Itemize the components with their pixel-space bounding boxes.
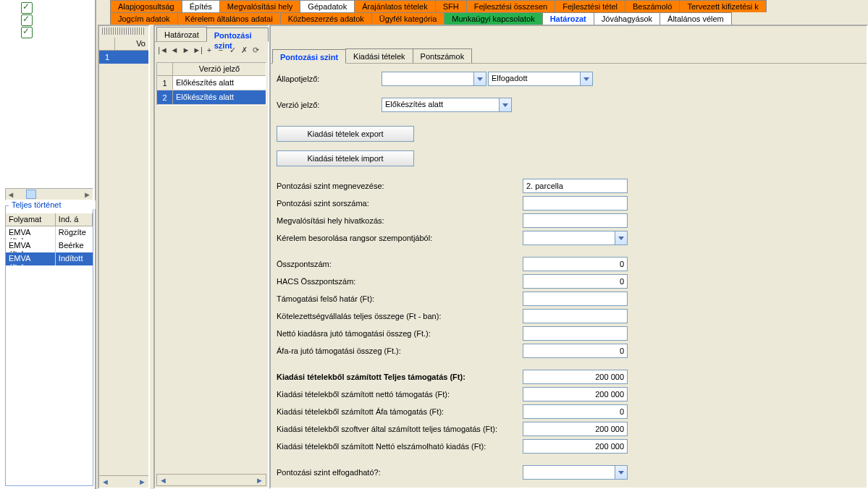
top-tab[interactable]: Árajánlatos tételek — [354, 0, 436, 12]
hacs-label: HACS Összpontszám: — [277, 277, 523, 286]
top-tab[interactable]: Kérelem általános adatai — [177, 12, 281, 25]
top-tab[interactable]: SFH — [435, 0, 467, 12]
left-tree-pane: Teljes történet Folyamat Ind. á EMVA ált… — [0, 0, 96, 489]
ossz-label: Összpontszám: — [277, 260, 523, 268]
kt-szoftver-input[interactable] — [523, 422, 628, 436]
history-groupbox: Teljes történet Folyamat Ind. á EMVA ált… — [5, 205, 93, 486]
kt-netto-elsz-input[interactable] — [523, 439, 628, 454]
hp-tab[interactable]: Pontozási szint — [206, 27, 269, 42]
pont-megnev-input[interactable] — [523, 179, 628, 193]
version-grid[interactable]: Verzió jelző 1Előkészítés alatt2Előkészí… — [156, 62, 266, 106]
kt-szoftver-label: Kiadási tételekből szoftver által számít… — [277, 425, 523, 433]
tree-check-icon — [21, 2, 33, 14]
megval-hiv-label: Megvalósítási hely hivatkozás: — [277, 216, 523, 225]
kotelez-input[interactable] — [523, 309, 628, 323]
top-tab[interactable]: Jóváhagyások — [594, 12, 660, 25]
top-tab[interactable]: Megvalósítási hely — [219, 0, 301, 12]
top-tab[interactable]: Határozat — [542, 12, 594, 25]
version-pane: HatározatPontozási szint |◄◄►►|+−✓✗⟳ Ver… — [153, 25, 269, 489]
chevron-down-icon[interactable] — [580, 72, 592, 85]
mid-pane: Vo 1 — [98, 25, 150, 489]
kt-teljes-input[interactable] — [523, 370, 628, 384]
pont-megnev-label: Pontozási szint megnevezése: — [277, 182, 523, 190]
afa-tam-label: Áfa-ra jutó támogatási összeg (Ft.): — [277, 346, 523, 355]
top-tab[interactable]: Alapjogosultság — [110, 0, 182, 12]
version-hscroll[interactable] — [156, 474, 266, 486]
history-col-ind[interactable]: Ind. á — [56, 213, 93, 226]
top-tab[interactable]: Általános vélem — [660, 12, 732, 25]
mid-row-num: 1 — [99, 51, 115, 64]
nav-icon[interactable]: ► — [181, 46, 191, 54]
top-tab[interactable]: Közbeszerzés adatok — [280, 12, 372, 25]
mid-col-vo[interactable]: Vo — [115, 38, 148, 50]
mid-col-num[interactable] — [99, 38, 115, 50]
drag-handle-icon[interactable] — [102, 27, 146, 35]
nav-icon[interactable]: ◄ — [169, 46, 180, 54]
history-col-folyamat[interactable]: Folyamat — [6, 213, 56, 226]
hp-tab[interactable]: Határozat — [156, 27, 207, 41]
allapotjelzo-value-2: Elfogadott — [489, 72, 592, 84]
version-col-num[interactable] — [157, 63, 173, 75]
nav-icon[interactable]: |◄ — [158, 46, 168, 54]
main-sub-tab[interactable]: Kiadási tételek — [345, 48, 413, 63]
main-sub-tab[interactable]: Pontszámok — [413, 48, 473, 63]
history-header[interactable]: Folyamat Ind. á — [6, 213, 93, 226]
tam-felso-input[interactable] — [523, 292, 628, 306]
nav-icon[interactable]: + — [204, 46, 214, 54]
elfogad-select[interactable] — [523, 465, 628, 480]
version-col-jelzo[interactable]: Verzió jelző — [173, 63, 266, 75]
top-tab[interactable]: Ügyfél kategória — [371, 12, 445, 25]
megval-hiv-input[interactable] — [523, 213, 628, 228]
kt-netto-input[interactable] — [523, 387, 628, 401]
tree-view[interactable] — [5, 0, 93, 192]
chevron-down-icon[interactable] — [473, 72, 486, 85]
record-nav-toolbar[interactable]: |◄◄►►|+−✓✗⟳ — [155, 42, 268, 58]
chevron-down-icon[interactable] — [499, 98, 511, 111]
hacs-input[interactable] — [523, 274, 628, 289]
history-row[interactable]: EMVA által...Beérke — [6, 239, 93, 252]
top-tab[interactable]: Fejlesztési összesen — [466, 0, 556, 12]
kt-afa-label: Kiadási tételekből számított Áfa támogat… — [277, 407, 523, 416]
chevron-down-icon[interactable] — [615, 231, 627, 244]
main-sub-tab[interactable]: Pontozási szint — [272, 49, 346, 64]
version-row[interactable]: 2Előkészítés alatt — [157, 90, 266, 105]
version-row[interactable]: 1Előkészítés alatt — [157, 76, 266, 90]
verzio-jelzo-select[interactable]: Előkészítés alatt — [382, 98, 512, 112]
top-tab[interactable]: Tervezett kifizetési k — [679, 0, 766, 12]
top-tab[interactable]: Beszámoló — [625, 0, 680, 12]
top-tab[interactable]: Gépadatok — [300, 0, 355, 12]
nav-icon[interactable]: ✗ — [239, 46, 249, 55]
history-row[interactable]: EMVA által...Rögzíte — [6, 226, 93, 239]
allapotjelzo-value-1 — [382, 72, 486, 75]
kotelez-label: Kötelezettségvállalás teljes összege (Ft… — [277, 312, 523, 320]
chevron-down-icon[interactable] — [615, 466, 627, 479]
top-tab[interactable]: Építés — [182, 0, 220, 12]
import-button[interactable]: Kiadási tételek import — [277, 150, 414, 166]
mid-hscroll[interactable] — [99, 475, 148, 488]
pont-sorszam-input[interactable] — [523, 196, 628, 211]
tree-hscroll[interactable] — [5, 188, 93, 200]
top-tab[interactable]: Munkaügyi kapcsolatok — [444, 12, 542, 25]
kerelem-besor-value — [523, 231, 627, 234]
pont-sorszam-label: Pontozási szint sorszáma: — [277, 199, 523, 208]
tree-check-icon — [21, 14, 33, 26]
netto-kiad-input[interactable] — [523, 326, 628, 341]
export-button[interactable]: Kiadási tételek export — [277, 126, 414, 142]
afa-tam-input[interactable] — [523, 344, 628, 358]
top-tab[interactable]: Fejlesztési tétel — [555, 0, 625, 12]
top-tab[interactable]: Jogcím adatok — [110, 12, 178, 25]
kerelem-besor-select[interactable] — [523, 231, 628, 245]
kt-afa-input[interactable] — [523, 404, 628, 419]
tam-felso-label: Támogatási felső határ (Ft): — [277, 294, 523, 303]
allapotjelzo-select-1[interactable] — [382, 72, 486, 86]
mid-row[interactable]: 1 — [99, 51, 148, 64]
history-legend: Teljes történet — [9, 200, 96, 209]
allapotjelzo-select-2[interactable]: Elfogadott — [488, 72, 593, 86]
allapotjelzo-label: Állapotjelző: — [277, 75, 382, 83]
kt-netto-label: Kiadási tételekből számított nettó támog… — [277, 390, 523, 399]
ossz-input[interactable] — [523, 257, 628, 271]
history-row[interactable]: EMVA által...Indított — [6, 252, 93, 265]
nav-icon[interactable]: ⟳ — [250, 46, 261, 55]
nav-icon[interactable]: ►| — [193, 46, 203, 54]
elfogad-value — [523, 466, 627, 469]
